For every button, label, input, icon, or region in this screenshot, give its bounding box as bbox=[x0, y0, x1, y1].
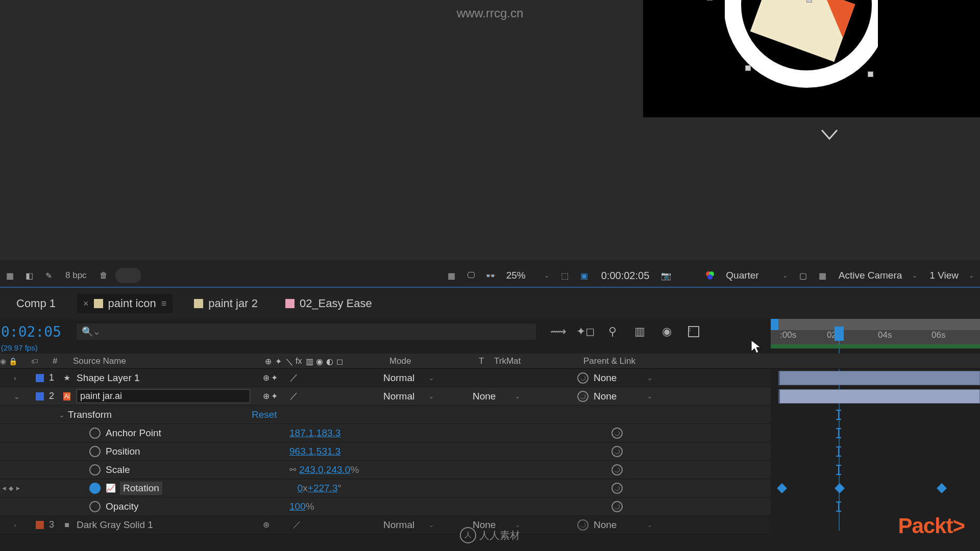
blend-mode-dropdown[interactable]: Normal⌄ bbox=[383, 391, 473, 402]
property-value[interactable]: +227.3 bbox=[308, 483, 338, 494]
bbox-handle[interactable] bbox=[707, 0, 713, 1]
aspect-icon[interactable]: ⬚ bbox=[557, 268, 573, 283]
switch-icon[interactable]: ✦ bbox=[271, 373, 278, 383]
col-number[interactable]: # bbox=[48, 356, 69, 366]
layer-color[interactable] bbox=[36, 392, 44, 400]
blend-mode-dropdown[interactable]: Normal⌄ bbox=[383, 519, 473, 531]
property-value[interactable]: 243.0,243.0 bbox=[299, 464, 350, 475]
link-icon[interactable]: ⚯ bbox=[289, 465, 296, 474]
zoom-dropdown[interactable]: 25% ⌄ bbox=[502, 270, 553, 281]
twirl-icon[interactable]: ⌄ bbox=[59, 411, 68, 419]
monitor-icon[interactable]: 🖵 bbox=[463, 268, 479, 283]
switch-icon[interactable]: ◐ bbox=[326, 357, 335, 366]
trash-icon[interactable]: 🗑 bbox=[96, 268, 111, 283]
col-source-name[interactable]: Source Name bbox=[69, 356, 263, 366]
tab-paint-icon[interactable]: × paint icon ≡ bbox=[77, 294, 173, 313]
layer-name-input[interactable] bbox=[77, 389, 250, 403]
layer-name[interactable]: Dark Gray Solid 1 bbox=[75, 519, 261, 531]
layer-bars-area[interactable] bbox=[771, 369, 980, 516]
work-area-start[interactable] bbox=[771, 319, 778, 330]
switch-icon[interactable]: ⊕ bbox=[265, 357, 274, 366]
mask-icon[interactable]: 👓 bbox=[483, 268, 498, 283]
layer-row[interactable]: ⌄ 2 Ai ⊕ ✦ ／ Normal⌄ None⌄ None ⌄ bbox=[0, 387, 771, 406]
color-icon[interactable]: ◧ bbox=[21, 268, 37, 283]
flowchart-icon[interactable]: ▦ bbox=[2, 268, 17, 283]
timeline-timecode[interactable]: 0:02:05 bbox=[0, 323, 61, 340]
stopwatch-icon[interactable] bbox=[89, 483, 101, 494]
pickwhip-icon[interactable] bbox=[611, 483, 623, 494]
property-row[interactable]: ◄ ◆ ► 📈 Rotation 0 x +227.3 ° bbox=[0, 479, 771, 497]
3d-icon[interactable]: ✦◻ bbox=[578, 324, 593, 339]
pickwhip-icon[interactable] bbox=[611, 501, 623, 512]
tab-menu-icon[interactable]: ≡ bbox=[161, 298, 167, 309]
property-value[interactable]: 187.1,183.3 bbox=[289, 428, 340, 439]
parent-dropdown[interactable]: None bbox=[594, 519, 617, 531]
pickwhip-icon[interactable] bbox=[611, 428, 623, 439]
transform-group[interactable]: ⌄ Transform Reset bbox=[0, 406, 771, 424]
parent-dropdown[interactable]: None bbox=[594, 372, 617, 384]
pickwhip-icon[interactable] bbox=[577, 372, 589, 384]
trkmat-dropdown[interactable]: None⌄ bbox=[473, 391, 577, 402]
tag-icon[interactable]: 🏷 bbox=[31, 357, 38, 365]
grid-icon[interactable]: ▦ bbox=[444, 268, 459, 283]
layer-bar[interactable] bbox=[778, 389, 980, 404]
tab-comp1[interactable]: Comp 1 bbox=[10, 294, 62, 313]
property-row[interactable]: Anchor Point 187.1,183.3 bbox=[0, 424, 771, 442]
channel-icon[interactable] bbox=[702, 268, 718, 283]
twirl-icon[interactable]: › bbox=[14, 521, 22, 529]
close-icon[interactable]: × bbox=[83, 298, 89, 309]
keyframe[interactable] bbox=[937, 483, 947, 493]
graph-editor-icon[interactable] bbox=[687, 324, 701, 339]
pickwhip-icon[interactable] bbox=[577, 391, 589, 402]
draft3d-icon[interactable]: ⚲ bbox=[605, 324, 620, 339]
lock-icon[interactable]: 🔒 bbox=[9, 357, 17, 365]
tab-paint-jar-2[interactable]: paint jar 2 bbox=[188, 294, 264, 313]
current-timecode[interactable]: 0:00:02:05 bbox=[596, 270, 655, 282]
keyframe-nav[interactable]: ◄ ◆ ► bbox=[1, 485, 21, 492]
twirl-icon[interactable]: › bbox=[14, 374, 22, 382]
frame-blend-icon[interactable]: ▥ bbox=[632, 324, 647, 339]
shy-icon[interactable]: ⟿ bbox=[551, 324, 566, 339]
toggle-switch[interactable] bbox=[115, 268, 141, 283]
pickwhip-icon[interactable] bbox=[577, 519, 589, 531]
stopwatch-icon[interactable] bbox=[89, 428, 101, 439]
roi-icon[interactable]: ▢ bbox=[796, 268, 811, 283]
keyframe[interactable] bbox=[777, 483, 787, 493]
layer-name[interactable]: Shape Layer 1 bbox=[75, 372, 261, 384]
switch-icon[interactable]: ◻ bbox=[336, 357, 346, 366]
transparency-icon[interactable]: ▣ bbox=[577, 268, 592, 283]
bbox-handle[interactable] bbox=[745, 65, 751, 71]
col-t[interactable]: T bbox=[475, 356, 490, 366]
keyframe[interactable] bbox=[835, 483, 845, 493]
property-row[interactable]: Position 963.1,531.3 bbox=[0, 442, 771, 461]
property-row[interactable]: Opacity 100 % bbox=[0, 497, 771, 516]
work-area-bar[interactable] bbox=[771, 344, 980, 348]
playhead[interactable] bbox=[835, 327, 844, 341]
parent-dropdown[interactable]: None bbox=[594, 391, 617, 402]
col-parent[interactable]: Parent & Link bbox=[579, 356, 692, 366]
switch-icon[interactable]: ／ bbox=[290, 391, 298, 402]
switch-icon[interactable]: ◉ bbox=[316, 357, 325, 366]
brush-icon[interactable]: ✎ bbox=[41, 268, 56, 283]
panel-divider[interactable] bbox=[0, 287, 980, 288]
switch-icon[interactable]: ✦ bbox=[275, 357, 284, 366]
switch-icon[interactable]: ✦ bbox=[271, 391, 278, 401]
switch-icon[interactable]: ＼ bbox=[285, 357, 295, 366]
layer-color[interactable] bbox=[36, 374, 44, 382]
blend-mode-dropdown[interactable]: Normal⌄ bbox=[383, 372, 473, 384]
motion-blur-icon[interactable]: ◉ bbox=[659, 324, 674, 339]
resolution-dropdown[interactable]: Quarter ⌄ bbox=[722, 270, 791, 281]
layer-color[interactable] bbox=[36, 521, 44, 529]
switch-icon[interactable]: ⊕ bbox=[263, 391, 270, 401]
reset-link[interactable]: Reset bbox=[252, 409, 277, 420]
switch-icon[interactable]: fx bbox=[296, 357, 305, 366]
camera-dropdown[interactable]: Active Camera ⌄ bbox=[835, 270, 922, 281]
tab-easy-ease[interactable]: 02_Easy Ease bbox=[279, 294, 378, 313]
bpc-button[interactable]: 8 bpc bbox=[60, 269, 92, 282]
twirl-icon[interactable]: ⌄ bbox=[14, 392, 22, 400]
stopwatch-icon[interactable] bbox=[89, 464, 101, 475]
stopwatch-icon[interactable] bbox=[89, 446, 101, 457]
property-value[interactable]: 0 bbox=[298, 483, 303, 494]
stopwatch-icon[interactable] bbox=[89, 501, 101, 512]
pickwhip-icon[interactable] bbox=[611, 446, 623, 457]
